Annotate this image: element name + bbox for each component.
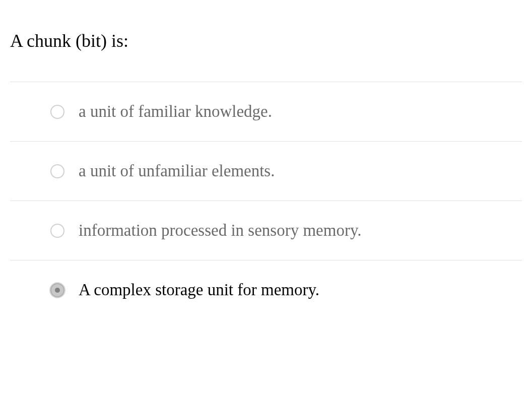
option-row-1[interactable]: a unit of unfamiliar elements. xyxy=(10,142,522,201)
option-row-0[interactable]: a unit of familiar knowledge. xyxy=(10,82,522,142)
radio-button-icon[interactable] xyxy=(50,164,64,178)
option-row-3[interactable]: A complex storage unit for memory. xyxy=(10,260,522,319)
radio-button-icon[interactable] xyxy=(50,105,64,119)
options-container: a unit of familiar knowledge. a unit of … xyxy=(10,82,522,319)
option-text-3: A complex storage unit for memory. xyxy=(79,281,319,299)
question-text: A chunk (bit) is: xyxy=(10,30,522,51)
option-row-2[interactable]: information processed in sensory memory. xyxy=(10,201,522,260)
option-text-1: a unit of unfamiliar elements. xyxy=(79,162,275,180)
option-text-2: information processed in sensory memory. xyxy=(79,221,361,240)
radio-button-selected-icon[interactable] xyxy=(50,283,64,297)
option-text-0: a unit of familiar knowledge. xyxy=(79,102,272,121)
radio-inner-icon xyxy=(55,288,60,293)
radio-button-icon[interactable] xyxy=(50,224,64,238)
